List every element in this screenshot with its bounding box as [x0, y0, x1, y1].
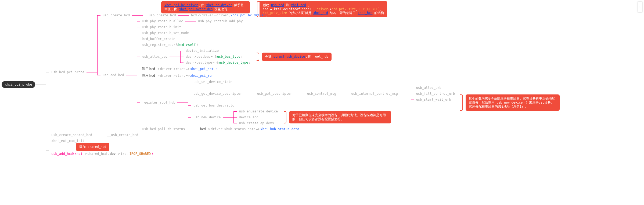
node-xhci-pci-probe[interactable]: xhci_pci_probe — [2, 81, 35, 88]
node-device-initialize[interactable]: device_initialize — [184, 48, 221, 54]
node-usb-register-bus[interactable]: usb_register_bus(&hcd->self) — [140, 42, 200, 48]
node-call-reset[interactable]: 调用 hcd->driver->reset => xhci_pci_setup — [140, 65, 220, 72]
node-call-start[interactable]: 调用 hcd->driver->start => xhci_pci_run — [140, 72, 215, 79]
node-usb-phy-roothub-set-mode[interactable]: usb_phy_roothub_set_mode — [140, 30, 191, 36]
mindmap-root: xhci_pci_probe usb_hcd_pci_probe usb_cre… — [2, 12, 642, 157]
node-device-add[interactable]: device_add — [237, 114, 260, 120]
node-dev-type[interactable]: dev->dev.type = &usb_device_type; — [184, 60, 253, 65]
chevron-right-icon: › — [639, 5, 641, 9]
node-poll-detail[interactable]: hcd->driver->hub_status_data => xhci_hub… — [198, 126, 301, 132]
node-usb-internal-control-msg[interactable]: usb_internal_control_msg — [349, 91, 400, 97]
node-usb-hcd-pci-probe[interactable]: usb_hcd_pci_probe — [49, 69, 87, 75]
callout-usb-new-device: 对于已检测但未完全枚举的设备，调用此方法。设备描述符是可用的，但任何设备都没有配… — [289, 111, 391, 123]
node-register-root-hub[interactable]: register_root_hub — [140, 100, 177, 105]
callout-xhci-driver: xhci_pci_hc_driver，由 xhci_hc_driver 赋予基本… — [161, 1, 250, 13]
node-usb-hcd-poll-rh-status[interactable]: usb_hcd_poll_rh_status — [140, 126, 187, 132]
node-usb-get-descriptor[interactable]: usb_get_descriptor — [255, 91, 294, 97]
node-usb-alloc-urb[interactable]: usb_alloc_urb — [414, 85, 444, 91]
node-usb-get-device-descriptor[interactable]: usb_get_device_descriptor — [191, 91, 244, 97]
node-usb-set-device-state[interactable]: usb_set_device_state — [191, 79, 235, 85]
node-usb-alloc-dev[interactable]: usb_alloc_dev — [140, 54, 170, 60]
node-usb-create-ep-devs[interactable]: usb_create_ep_devs — [237, 120, 276, 126]
node-usb-new-device[interactable]: usb_new_device — [191, 114, 223, 120]
node-usb-enumerate-device[interactable]: usb_enumerate_device — [237, 108, 280, 114]
node-usb-add-hcd[interactable]: usb_add_hcd — [100, 72, 126, 78]
node-usb-phy-roothub-init[interactable]: usb_phy_roothub_init — [140, 24, 183, 30]
collapse-all-button[interactable]: › — [638, 2, 642, 12]
callout-alloc-dev: 创建 struct usb_device，即 root_hub — [262, 53, 332, 61]
node-usb-add-hcd-shared[interactable]: usb_add_hcd(xhci->shared_hcd, dev->irq, … — [49, 151, 155, 157]
node-usb-phy-roothub-add-phy[interactable]: usb_phy_roothub_add_phy — [196, 18, 245, 24]
node-usb-control-msg[interactable]: usb_control_msg — [305, 91, 338, 97]
node-usb-fill-control-urb[interactable]: usb_fill_control_urb — [414, 91, 457, 97]
node-hcd-buffer-create[interactable]: hcd_buffer_create — [140, 36, 177, 42]
node-__usb_create_hcd_2[interactable]: __usb_create_hcd — [105, 132, 141, 138]
node-hcd-driver-assign[interactable]: hcd->driver = driver(xhci_pci_hc_driver)… — [189, 12, 272, 18]
node-usb-phy-roothub-alloc[interactable]: usb_phy_roothub_alloc — [140, 18, 185, 24]
node-dev-bus[interactable]: dev->dev.bus = &usb_bus_type; — [184, 54, 245, 60]
node-usb-create-hcd[interactable]: usb_create_hcd — [100, 12, 132, 18]
node-usb-start-wait-urb[interactable]: usb_start_wait_urb — [414, 97, 453, 102]
node-usb-get-bos-descriptor[interactable]: usb_get_bos_descriptor — [191, 102, 238, 108]
callout-shared-hcd: 添加 shared_hcd — [76, 143, 109, 151]
callout-register-root-hub: 这个函数向USB子系统注册根集线器。它在设备树中正确地配置设备，然后调用 usb… — [466, 94, 560, 111]
node-__usb_create_hcd[interactable]: __usb_create_hcd — [143, 12, 178, 18]
node-usb-create-shared-hcd[interactable]: usb_create_shared_hcd — [49, 132, 94, 138]
